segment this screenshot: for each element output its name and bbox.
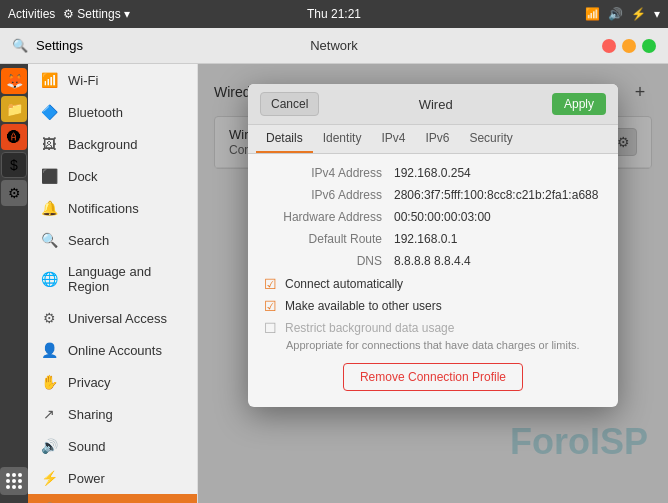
sidebar-label-dock: Dock	[68, 169, 185, 184]
sidebar-item-network[interactable]: 🌐 Network	[28, 494, 197, 503]
minimize-button[interactable]	[622, 39, 636, 53]
bluetooth-icon: 🔷	[40, 104, 58, 120]
dialog-body: IPv4 Address 192.168.0.254 IPv6 Address …	[248, 154, 618, 407]
content-area: Wired + Wired Connected ON	[198, 64, 668, 503]
default-route-value: 192.168.0.1	[394, 232, 457, 246]
launcher-panel: 🦊 📁 🅐 $ ⚙	[0, 64, 28, 503]
sidebar-item-sharing[interactable]: ↗ Sharing	[28, 398, 197, 430]
universal-icon: ⚙	[40, 310, 58, 326]
app-grid-button[interactable]	[0, 467, 28, 495]
firefox-launcher[interactable]: 🦊	[1, 68, 27, 94]
tab-identity[interactable]: Identity	[313, 125, 372, 153]
auto-connect-checkbox[interactable]: ☑	[264, 276, 277, 292]
dock-icon: ⬛	[40, 168, 58, 184]
ipv4-row: IPv4 Address 192.168.0.254	[264, 166, 602, 180]
terminal-launcher[interactable]: $	[1, 152, 27, 178]
search-icon: 🔍	[12, 38, 28, 53]
tab-ipv4[interactable]: IPv4	[371, 125, 415, 153]
maximize-button[interactable]	[642, 39, 656, 53]
tab-security[interactable]: Security	[459, 125, 522, 153]
cancel-button[interactable]: Cancel	[260, 92, 319, 116]
settings-app-name: Settings	[77, 7, 120, 21]
restrict-bg-checkbox[interactable]: ☐	[264, 320, 277, 336]
default-route-label: Default Route	[264, 232, 394, 246]
ipv6-value: 2806:3f7:5fff:100:8cc8:c21b:2fa1:a688	[394, 188, 598, 202]
sidebar-item-language[interactable]: 🌐 Language and Region	[28, 256, 197, 302]
auto-connect-row[interactable]: ☑ Connect automatically	[264, 276, 602, 292]
window-title: Network	[310, 38, 358, 53]
sidebar-label-online: Online Accounts	[68, 343, 185, 358]
dialog-tabs: Details Identity IPv4 IPv6 Security	[248, 125, 618, 154]
sidebar-item-background[interactable]: 🖼 Background	[28, 128, 197, 160]
ipv6-label: IPv6 Address	[264, 188, 394, 202]
power-icon: ⚡	[40, 470, 58, 486]
settings-window: 🔍 Settings Network 🦊 📁 🅐 $ ⚙	[0, 28, 668, 503]
sidebar-label-wifi: Wi-Fi	[68, 73, 185, 88]
ipv4-label: IPv4 Address	[264, 166, 394, 180]
sidebar-label-notifications: Notifications	[68, 201, 185, 216]
search-sidebar-icon: 🔍	[40, 232, 58, 248]
language-icon: 🌐	[40, 271, 58, 287]
notifications-icon: 🔔	[40, 200, 58, 216]
activities-button[interactable]: Activities	[8, 7, 55, 21]
hardware-row: Hardware Address 00:50:00:00:03:00	[264, 210, 602, 224]
sidebar-label-universal: Universal Access	[68, 311, 185, 326]
sound-icon: 🔊	[40, 438, 58, 454]
hardware-label: Hardware Address	[264, 210, 394, 224]
sidebar-item-sound[interactable]: 🔊 Sound	[28, 430, 197, 462]
sidebar-item-dock[interactable]: ⬛ Dock	[28, 160, 197, 192]
main-layout: 🦊 📁 🅐 $ ⚙ 📶 Wi-Fi 🔷 Bluetooth	[0, 64, 668, 503]
sidebar-item-privacy[interactable]: ✋ Privacy	[28, 366, 197, 398]
available-users-checkbox[interactable]: ☑	[264, 298, 277, 314]
sharing-icon: ↗	[40, 406, 58, 422]
tab-details[interactable]: Details	[256, 125, 313, 153]
sidebar-label-language: Language and Region	[68, 264, 185, 294]
sidebar-label-bluetooth: Bluetooth	[68, 105, 185, 120]
search-label: Settings	[36, 38, 83, 53]
gear-icon: ⚙	[63, 7, 74, 21]
sidebar-label-privacy: Privacy	[68, 375, 185, 390]
default-route-row: Default Route 192.168.0.1	[264, 232, 602, 246]
ipv4-value: 192.168.0.254	[394, 166, 471, 180]
ipv6-row: IPv6 Address 2806:3f7:5fff:100:8cc8:c21b…	[264, 188, 602, 202]
dialog-overlay: Cancel Wired Apply Details Identity IPv4…	[198, 64, 668, 503]
sidebar-label-sharing: Sharing	[68, 407, 185, 422]
close-button[interactable]	[602, 39, 616, 53]
battery-icon: ⚡	[631, 7, 646, 21]
sidebar-item-power[interactable]: ⚡ Power	[28, 462, 197, 494]
sidebar-item-online[interactable]: 👤 Online Accounts	[28, 334, 197, 366]
apply-button[interactable]: Apply	[552, 93, 606, 115]
available-users-label: Make available to other users	[285, 299, 442, 313]
search-area: 🔍 Settings	[12, 38, 83, 53]
sidebar-item-bluetooth[interactable]: 🔷 Bluetooth	[28, 96, 197, 128]
available-users-row[interactable]: ☑ Make available to other users	[264, 298, 602, 314]
remove-connection-button[interactable]: Remove Connection Profile	[343, 363, 523, 391]
privacy-icon: ✋	[40, 374, 58, 390]
sidebar-item-search[interactable]: 🔍 Search	[28, 224, 197, 256]
sidebar: 📶 Wi-Fi 🔷 Bluetooth 🖼 Background ⬛ Dock …	[28, 64, 198, 503]
dns-row: DNS 8.8.8.8 8.8.4.4	[264, 254, 602, 268]
dropdown-icon: ▾	[124, 7, 130, 21]
restrict-bg-row[interactable]: ☐ Restrict background data usage	[264, 320, 602, 336]
tab-ipv6[interactable]: IPv6	[415, 125, 459, 153]
software-launcher[interactable]: 🅐	[1, 124, 27, 150]
window-controls	[602, 39, 656, 53]
system-menu-icon[interactable]: ▾	[654, 7, 660, 21]
sidebar-item-universal[interactable]: ⚙ Universal Access	[28, 302, 197, 334]
settings-indicator[interactable]: ⚙ Settings ▾	[63, 7, 129, 21]
files-launcher[interactable]: 📁	[1, 96, 27, 122]
sidebar-item-wifi[interactable]: 📶 Wi-Fi	[28, 64, 197, 96]
network-icon: 📶	[585, 7, 600, 21]
grid-icon	[6, 473, 22, 489]
background-icon: 🖼	[40, 136, 58, 152]
volume-icon: 🔊	[608, 7, 623, 21]
dialog-title: Wired	[419, 97, 453, 112]
top-bar: Activities ⚙ Settings ▾ Thu 21:21 📶 🔊 ⚡ …	[0, 0, 668, 28]
restrict-bg-label: Restrict background data usage	[285, 321, 454, 335]
sidebar-item-notifications[interactable]: 🔔 Notifications	[28, 192, 197, 224]
dialog-header: Cancel Wired Apply	[248, 84, 618, 125]
sidebar-label-sound: Sound	[68, 439, 185, 454]
restrict-bg-note: Appropriate for connections that have da…	[286, 339, 602, 351]
auto-connect-label: Connect automatically	[285, 277, 403, 291]
settings-launcher[interactable]: ⚙	[1, 180, 27, 206]
